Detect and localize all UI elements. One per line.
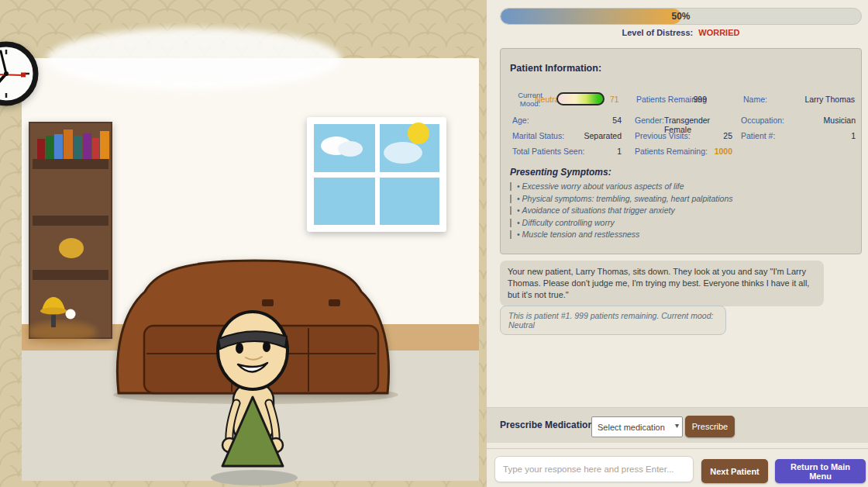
previous-visits-value: 25	[723, 131, 732, 142]
symptom-item: Avoidance of situations that trigger anx…	[510, 206, 853, 215]
previous-visits-label: Previous Visits:	[635, 131, 691, 142]
symptom-item: Excessive worry about various aspects of…	[510, 182, 853, 191]
gender-value: Transgender Female	[664, 116, 732, 126]
clock-center	[4, 71, 9, 76]
prescribe-button[interactable]: Prescribe	[685, 416, 735, 437]
window-pane	[314, 178, 375, 225]
patients-remaining-value: 999	[679, 95, 707, 104]
lamp-glow	[27, 322, 97, 342]
occupation-label: Occupation:	[741, 116, 784, 126]
ceiling-glow	[46, 28, 341, 90]
mood-score: 71	[610, 95, 619, 104]
second-hand-tip	[21, 73, 26, 78]
character-shadow	[211, 470, 298, 485]
patient-info-heading: Patient Information:	[510, 63, 601, 74]
patient-info-row-2: Age:54 Gender:Transgender Female Occupat…	[512, 116, 859, 126]
distress-caption: Level of Distress: WORRIED	[500, 28, 862, 37]
left-eye	[236, 343, 243, 354]
prescribe-section: Prescribe Medication: Select medication …	[487, 407, 868, 443]
couch-knob	[262, 299, 274, 306]
patient-number-label: Patient #:	[741, 131, 775, 142]
therapy-room-scene	[0, 0, 487, 487]
head	[218, 312, 288, 389]
total-patients-seen-label: Total Patients Seen:	[512, 147, 584, 157]
distress-progress-percent: 50%	[501, 9, 861, 24]
presenting-symptoms-heading: Presenting Symptoms:	[510, 167, 611, 178]
therapy-game-window: 50% Level of Distress: WORRIED Patient I…	[0, 0, 868, 487]
return-main-menu-button[interactable]: Return to Main Menu	[775, 459, 866, 483]
distress-progress-bar: 50%	[500, 8, 862, 25]
presenting-symptoms-list: Excessive worry about various aspects of…	[510, 182, 853, 243]
gold-bowl	[59, 238, 84, 258]
window-pane	[380, 178, 439, 225]
marital-status-value: Separated	[584, 131, 622, 142]
patient-number-value: 1	[851, 131, 856, 142]
patient-name-value: Larry Thomas	[804, 95, 855, 104]
second-hand	[0, 74, 23, 75]
patients-remaining-total-value: 1000	[715, 147, 732, 157]
right-panel: 50% Level of Distress: WORRIED Patient I…	[487, 0, 868, 487]
sun-icon	[408, 123, 429, 144]
medication-select[interactable]: Select medication	[591, 416, 683, 437]
patient-name-label: Name:	[743, 95, 767, 104]
gender-label: Gender:	[635, 116, 664, 126]
occupation-value: Musician	[824, 116, 856, 126]
patients-remaining-total-label: Patients Remaining:	[635, 147, 708, 157]
symptom-item: Physical symptoms: trembling, sweating, …	[510, 195, 853, 203]
patient-info-row-4: Total Patients Seen:1 Patients Remaining…	[512, 147, 859, 157]
footer-divider	[487, 448, 868, 449]
patient-information-card: Patient Information: Current Mood: Neutr…	[500, 48, 862, 254]
patient-info-row-1: Current Mood: Neutral 71 Patients Remain…	[501, 89, 861, 111]
shelf-board	[33, 216, 108, 226]
wall-clock	[0, 44, 36, 103]
bookshelf	[27, 123, 112, 342]
mood-bar	[556, 92, 604, 105]
shelf-board	[33, 159, 108, 169]
distress-status: WORRIED	[698, 28, 739, 37]
prescribe-medication-label: Prescribe Medication:	[500, 420, 597, 430]
system-note: This is patient #1. 999 patients remaini…	[500, 306, 726, 335]
age-value: 54	[612, 116, 622, 126]
couch-knob	[329, 299, 340, 306]
total-patients-seen-value: 1	[617, 147, 622, 157]
window	[307, 117, 446, 232]
light-bulb	[66, 309, 76, 319]
response-input[interactable]	[494, 456, 694, 482]
patient-info-row-3: Marital Status:Separated Previous Visits…	[512, 131, 859, 142]
scene-canvas	[0, 0, 487, 487]
marital-status-label: Marital Status:	[512, 131, 564, 142]
distress-label: Level of Distress:	[622, 28, 694, 37]
shelf-board	[33, 270, 108, 280]
medication-select-wrap: Select medication ▾	[591, 416, 683, 437]
cloud	[384, 142, 422, 164]
symptom-item: Difficulty controlling worry	[510, 219, 853, 227]
right-eye	[263, 341, 270, 352]
next-patient-button[interactable]: Next Patient	[701, 459, 768, 483]
symptom-item: Muscle tension and restlessness	[510, 230, 853, 239]
narration-message: Your new patient, Larry Thomas, sits dow…	[500, 261, 824, 306]
age-label: Age:	[512, 116, 529, 126]
